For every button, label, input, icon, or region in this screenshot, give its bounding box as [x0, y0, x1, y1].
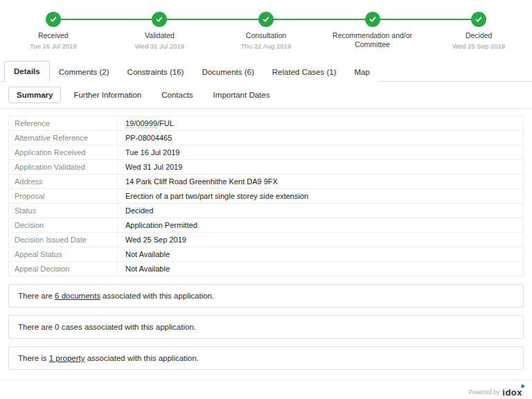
row-value: 14 Park Cliff Road Greenhithe Kent DA9 9…: [118, 175, 524, 189]
row-value: Not Available: [118, 247, 524, 262]
step-label: Decided: [466, 31, 493, 40]
row-label: Application Validated: [9, 160, 118, 175]
step-date: Tue 16 Jul 2019: [30, 42, 77, 50]
row-value: PP-08004465: [118, 131, 524, 145]
step-date: Wed 31 Jul 2019: [135, 42, 184, 50]
table-row-application-received: Application Received Tue 16 Jul 2019: [9, 145, 524, 160]
step-recommendation: Recommendation and/or Committee: [319, 12, 426, 54]
table-row-alternative-reference: Alternative Reference PP-08004465: [9, 131, 524, 145]
check-circle-icon: [258, 12, 274, 27]
row-value: Decided: [118, 204, 524, 218]
table-row-application-validated: Application Validated Wed 31 Jul 2019: [9, 160, 524, 175]
info-text: There are: [18, 292, 55, 300]
row-label: Application Received: [9, 145, 118, 160]
row-value: Application Permitted: [118, 218, 524, 233]
idox-logo-dot: [521, 384, 524, 388]
row-label: Proposal: [9, 189, 118, 204]
cases-info-box: There are 0 cases associated with this a…: [8, 315, 524, 339]
reference-suffix: /FUL: [157, 119, 174, 127]
table-row-appeal-status: Appeal Status Not Available: [9, 247, 524, 262]
row-value: Not Available: [118, 262, 524, 276]
table-row-status: Status Decided: [9, 204, 524, 218]
table-row-address: Address 14 Park Cliff Road Greenhithe Ke…: [9, 175, 524, 189]
row-label: Decision: [9, 218, 118, 233]
step-label: Recommendation and/or Committee: [319, 31, 426, 49]
check-circle-icon: [471, 12, 486, 27]
reference-value: 19/00999/FUL: [118, 116, 524, 131]
info-text: There are 0 cases associated with this a…: [18, 323, 196, 331]
reference-part: 00999: [136, 119, 157, 128]
step-consultation: Consultation Thu 22 Aug 2019: [213, 12, 319, 54]
tab-comments[interactable]: Comments (2): [50, 62, 118, 82]
progress-stepper: Received Tue 16 Jul 2019 Validated Wed 3…: [0, 0, 532, 54]
check-circle-icon: [46, 12, 61, 27]
powered-by-label: Powered by: [468, 389, 499, 396]
step-date: Wed 25 Sep 2019: [452, 42, 505, 50]
info-text: associated with this application.: [85, 354, 199, 362]
row-label: Appeal Decision: [9, 262, 118, 276]
tab-details[interactable]: Details: [4, 61, 50, 82]
documents-info-box: There are 6 documents associated with th…: [8, 284, 524, 308]
step-decided: Decided Wed 25 Sep 2019: [425, 12, 532, 54]
idox-logo: idox: [502, 387, 522, 398]
table-row-proposal: Proposal Erection of a part two/part sin…: [9, 189, 524, 204]
tab-documents[interactable]: Documents (6): [193, 62, 263, 82]
step-received: Received Tue 16 Jul 2019: [0, 12, 107, 54]
subtab-important-dates[interactable]: Important Dates: [206, 87, 278, 103]
row-label: Status: [9, 204, 118, 218]
info-text: associated with this application.: [100, 292, 214, 300]
table-row-decision: Decision Application Permitted: [9, 218, 524, 233]
row-label: Address: [9, 175, 118, 189]
subtab-contacts[interactable]: Contacts: [154, 87, 200, 103]
row-value: Wed 25 Sep 2019: [118, 233, 524, 247]
tab-constraints[interactable]: Constraints (16): [118, 62, 193, 82]
table-row-appeal-decision: Appeal Decision Not Available: [9, 262, 524, 276]
check-circle-icon: [365, 12, 380, 27]
table-row-reference: Reference 19/00999/FUL: [9, 116, 524, 131]
step-validated: Validated Wed 31 Jul 2019: [107, 12, 213, 54]
row-value: Tue 16 Jul 2019: [118, 145, 524, 160]
step-date: Thu 22 Aug 2019: [241, 42, 291, 50]
step-label: Consultation: [246, 31, 286, 40]
sub-tab-bar: Summary Further Information Contacts Imp…: [0, 82, 532, 109]
footer: Powered byidox: [0, 380, 532, 398]
documents-link[interactable]: 6 documents: [55, 292, 100, 300]
tab-map[interactable]: Map: [346, 62, 379, 82]
application-summary-table: Reference 19/00999/FUL Alternative Refer…: [8, 116, 524, 276]
row-value: Wed 31 Jul 2019: [118, 160, 524, 175]
table-row-decision-issued-date: Decision Issued Date Wed 25 Sep 2019: [9, 233, 524, 247]
check-circle-icon: [152, 12, 167, 27]
property-link[interactable]: 1 property: [49, 354, 85, 362]
reference-part: 19: [125, 119, 134, 128]
row-label: Appeal Status: [9, 247, 118, 262]
row-value: Erection of a part two/part single store…: [118, 189, 524, 204]
row-label: Alternative Reference: [9, 131, 118, 145]
tab-related-cases[interactable]: Related Cases (1): [263, 62, 346, 82]
row-label: Reference: [9, 116, 118, 131]
subtab-summary[interactable]: Summary: [8, 87, 61, 103]
info-text: There is: [18, 354, 49, 362]
step-label: Received: [38, 31, 69, 40]
property-info-box: There is 1 property associated with this…: [8, 346, 524, 370]
step-label: Validated: [145, 31, 175, 40]
row-label: Decision Issued Date: [9, 233, 118, 247]
main-tab-bar: Details Comments (2) Constraints (16) Do…: [0, 61, 532, 82]
subtab-further-information[interactable]: Further Information: [66, 87, 149, 103]
